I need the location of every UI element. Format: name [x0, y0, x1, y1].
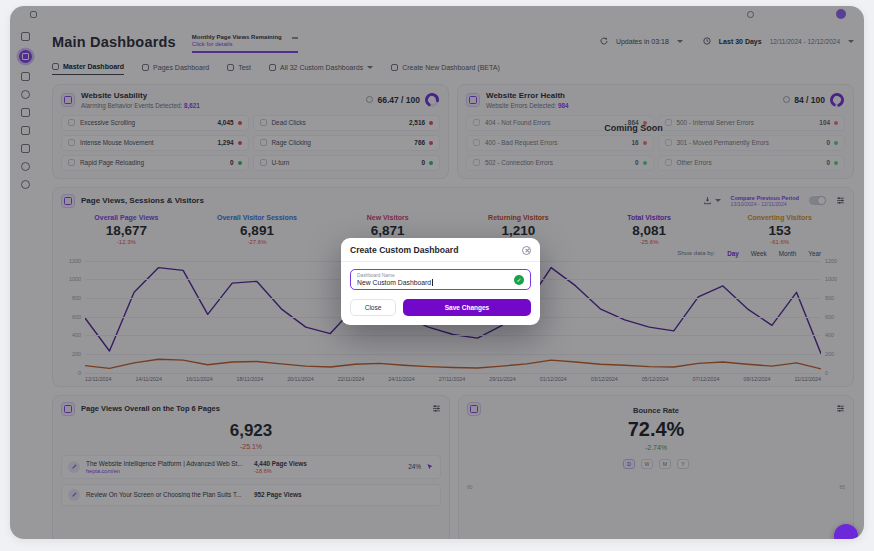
create-custom-dashboard-modal: Create Custom Dashboard Dashboard Name N… — [341, 238, 540, 325]
modal-title: Create Custom Dashboard — [350, 245, 458, 255]
save-changes-button[interactable]: Save Changes — [403, 299, 531, 316]
close-button[interactable]: Close — [350, 299, 396, 316]
dashboard-name-label: Dashboard Name — [357, 273, 524, 278]
app-window: Main Dashboards Monthly Page Views Remai… — [10, 6, 864, 539]
dashboard-name-field[interactable]: Dashboard Name New Custom Dashboard ✓ — [350, 269, 531, 290]
valid-check-icon: ✓ — [514, 275, 524, 285]
close-icon[interactable] — [522, 246, 531, 255]
dashboard-name-value[interactable]: New Custom Dashboard — [357, 279, 524, 286]
